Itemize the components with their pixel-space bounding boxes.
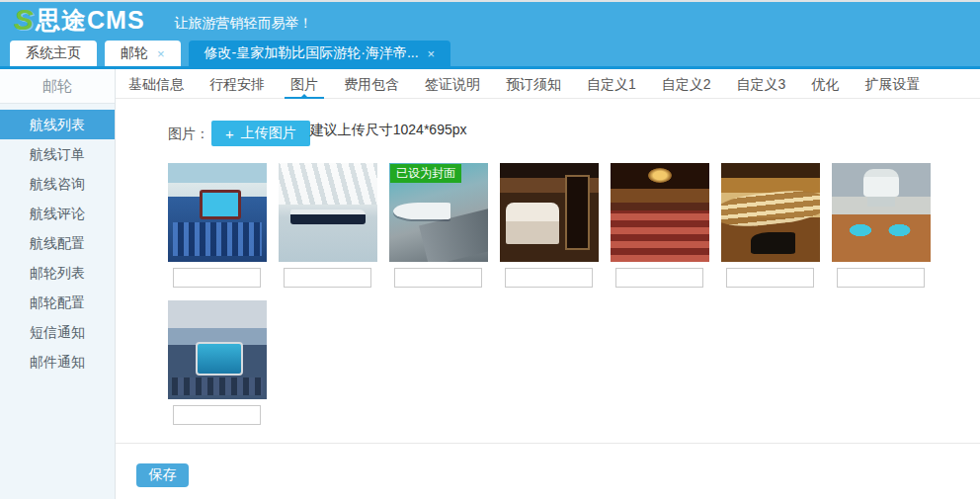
upload-size-hint: 建议上传尺寸1024*695px xyxy=(310,122,467,138)
sidebar-item-email-notify[interactable]: 邮件通知 xyxy=(0,347,115,376)
upload-row: 图片： + 上传图片 建议上传尺寸1024*695px xyxy=(168,121,960,146)
image-card: 已设为封面 xyxy=(389,163,489,288)
tab-label: 基础信息 xyxy=(128,76,184,92)
cruise-image-thumbnail[interactable] xyxy=(611,163,709,262)
image-card xyxy=(832,163,932,288)
tab-seo[interactable]: 优化 xyxy=(798,69,852,98)
sidebar-title: 邮轮 xyxy=(0,69,115,104)
tab-label: 自定义3 xyxy=(737,76,786,92)
tab-visa-info[interactable]: 签证说明 xyxy=(412,69,493,98)
cruise-image-thumbnail[interactable]: 已设为封面 xyxy=(389,163,488,262)
tab-images[interactable]: 图片 xyxy=(278,69,331,98)
images-tab-content: 图片： + 上传图片 建议上传尺寸1024*695px xyxy=(116,99,980,425)
active-tab-caret-icon xyxy=(299,94,309,99)
image-card xyxy=(168,163,268,288)
tab-custom-2[interactable]: 自定义2 xyxy=(649,69,724,98)
image-caption-input[interactable] xyxy=(173,268,261,288)
save-button[interactable]: 保存 xyxy=(136,463,189,487)
image-caption-input[interactable] xyxy=(284,268,371,288)
tab-custom-3[interactable]: 自定义3 xyxy=(724,69,799,98)
image-caption-input[interactable] xyxy=(173,405,261,425)
window-tab-home[interactable]: 系统主页 xyxy=(10,41,97,66)
edit-tabs: 基础信息 行程安排 图片 费用包含 签证说明 预订须知 自定义1 自定义2 自定… xyxy=(116,69,980,99)
tab-label: 行程安排 xyxy=(209,76,265,92)
image-caption-input[interactable] xyxy=(505,268,593,288)
image-card xyxy=(500,163,600,288)
sidebar-item-cruise-config[interactable]: 邮轮配置 xyxy=(0,288,115,317)
tab-label: 签证说明 xyxy=(425,76,480,92)
sidebar-item-cruise-list[interactable]: 邮轮列表 xyxy=(0,258,115,288)
plus-icon: + xyxy=(225,126,234,141)
window-tab-cruise[interactable]: 邮轮 × xyxy=(105,41,181,66)
sidebar-item-route-config[interactable]: 航线配置 xyxy=(0,228,115,258)
image-caption-input[interactable] xyxy=(726,268,814,288)
close-icon[interactable]: × xyxy=(157,47,165,60)
cover-badge: 已设为封面 xyxy=(390,164,461,183)
cruise-image-thumbnail[interactable] xyxy=(832,163,931,262)
cruise-image-thumbnail[interactable] xyxy=(500,163,599,262)
tab-custom-1[interactable]: 自定义1 xyxy=(574,69,649,98)
image-gallery: 已设为封面 xyxy=(168,163,948,425)
image-caption-input[interactable] xyxy=(837,268,925,288)
images-field-label: 图片： xyxy=(168,121,209,146)
tab-label: 优化 xyxy=(811,76,839,92)
sidebar-item-sms-notify[interactable]: 短信通知 xyxy=(0,317,115,347)
tab-booking-notes[interactable]: 预订须知 xyxy=(493,69,574,98)
sidebar-item-route-comments[interactable]: 航线评论 xyxy=(0,199,115,228)
tab-fees-included[interactable]: 费用包含 xyxy=(331,69,412,98)
image-card xyxy=(168,300,268,425)
sidebar: 邮轮 航线列表 航线订单 航线咨询 航线评论 航线配置 邮轮列表 邮轮配置 短信… xyxy=(0,69,116,499)
tab-itinerary[interactable]: 行程安排 xyxy=(197,69,278,98)
image-caption-input[interactable] xyxy=(394,268,482,288)
logo: S 思途CMS xyxy=(14,5,145,35)
tab-label: 自定义1 xyxy=(587,76,636,92)
window-tab-label: 邮轮 xyxy=(121,44,148,62)
logo-s-icon: S xyxy=(14,5,34,35)
cruise-image-thumbnail[interactable] xyxy=(279,163,377,262)
cruise-image-thumbnail[interactable] xyxy=(168,163,267,262)
tab-extended-settings[interactable]: 扩展设置 xyxy=(852,69,933,98)
sidebar-item-route-list[interactable]: 航线列表 xyxy=(0,110,115,139)
window-tab-edit-cruise[interactable]: 修改-皇家加勒比国际游轮·海洋帝... × xyxy=(189,41,451,66)
upload-images-button[interactable]: + 上传图片 xyxy=(211,121,310,146)
footer-bar: 保存 xyxy=(116,443,980,487)
image-caption-input[interactable] xyxy=(615,268,703,288)
window-tabbar: 系统主页 邮轮 × 修改-皇家加勒比国际游轮·海洋帝... × xyxy=(0,38,980,69)
close-icon[interactable]: × xyxy=(428,47,436,60)
tab-label: 图片 xyxy=(290,76,318,92)
tab-label: 预订须知 xyxy=(506,76,561,92)
tab-label: 费用包含 xyxy=(344,76,399,92)
logo-text: 思途CMS xyxy=(36,5,145,35)
image-card xyxy=(721,163,821,288)
sidebar-item-route-orders[interactable]: 航线订单 xyxy=(0,139,115,169)
upload-button-label: 上传图片 xyxy=(241,125,296,142)
tagline: 让旅游营销轻而易举！ xyxy=(175,15,313,33)
main-panel: 基础信息 行程安排 图片 费用包含 签证说明 预订须知 自定义1 自定义2 自定… xyxy=(116,69,980,499)
app-root: S 思途CMS 让旅游营销轻而易举！ 系统主页 邮轮 × 修改-皇家加勒比国际游… xyxy=(0,0,980,502)
image-card xyxy=(279,163,378,288)
image-card xyxy=(611,163,710,288)
tab-label: 自定义2 xyxy=(662,76,711,92)
cruise-image-thumbnail[interactable] xyxy=(168,300,267,399)
tab-label: 扩展设置 xyxy=(864,76,920,92)
tab-basic-info[interactable]: 基础信息 xyxy=(116,69,197,98)
window-tab-label: 修改-皇家加勒比国际游轮·海洋帝... xyxy=(204,44,419,62)
cruise-image-thumbnail[interactable] xyxy=(721,163,820,262)
body: 邮轮 航线列表 航线订单 航线咨询 航线评论 航线配置 邮轮列表 邮轮配置 短信… xyxy=(0,69,980,499)
app-header: S 思途CMS 让旅游营销轻而易举！ xyxy=(0,2,980,38)
sidebar-item-route-inquiries[interactable]: 航线咨询 xyxy=(0,169,115,199)
window-tab-label: 系统主页 xyxy=(26,44,81,62)
